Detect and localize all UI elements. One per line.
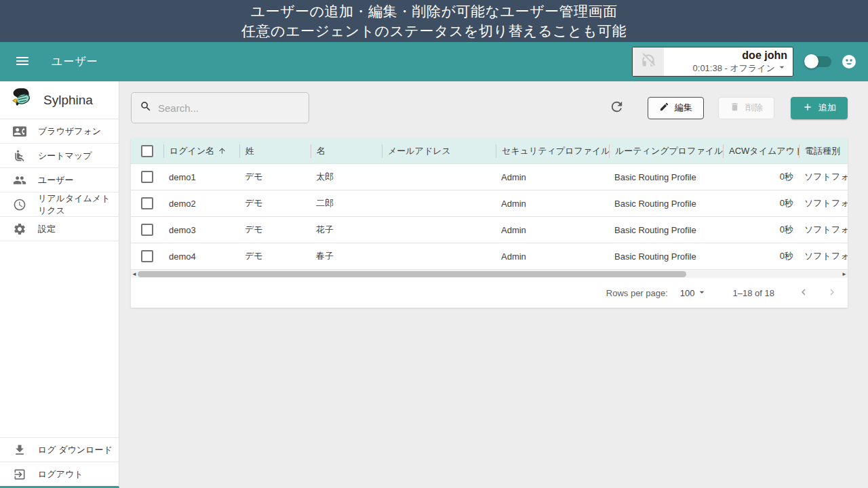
horizontal-scrollbar[interactable]: ◄ ► <box>131 269 848 278</box>
cell-last_name: デモ <box>239 250 311 262</box>
scrollbar-track[interactable] <box>138 270 841 279</box>
chevron-left-icon <box>797 286 810 300</box>
refresh-icon <box>609 99 625 117</box>
gear-icon <box>13 222 26 236</box>
sidebar-bottom-item-1[interactable]: ログアウト <box>0 462 119 486</box>
face-icon-button[interactable] <box>841 54 857 70</box>
sidebar-nav: ブラウザフォンシートマップユーザーリアルタイムメトリクス設定 <box>0 119 119 241</box>
info-banner: ユーザーの追加・編集・削除が可能なユーザー管理画面 任意のエージェントのステータ… <box>0 0 868 42</box>
download-icon <box>13 443 26 457</box>
next-page-button[interactable] <box>823 283 841 303</box>
row-checkbox[interactable] <box>141 171 153 183</box>
search-input[interactable] <box>158 102 300 114</box>
toolbar: 編集 削除 追加 <box>131 92 848 123</box>
main-content: 編集 削除 追加 ログイン名姓名メールアドレスセキュリティプロ <box>119 81 868 488</box>
brand-name: Sylphina <box>43 93 93 108</box>
cell-acw_timeout: 0秒 <box>723 197 799 209</box>
trash-icon <box>730 102 740 114</box>
column-header-security_profile[interactable]: セキュリティプロファイル <box>496 144 609 158</box>
sidebar-nav-bottom: ログ ダウンロードログアウト <box>0 437 119 486</box>
agent-name: doe john <box>742 49 787 62</box>
cell-acw_timeout: 0秒 <box>723 171 799 183</box>
select-all-checkbox[interactable] <box>141 145 153 157</box>
column-header-label: ログイン名 <box>170 145 214 157</box>
cell-last_name: デモ <box>239 197 311 209</box>
cell-login: demo4 <box>163 251 239 262</box>
table-row[interactable]: demo4デモ春子AdminBasic Routing Profile0秒ソフト… <box>131 243 848 269</box>
status-toggle-switch[interactable] <box>807 56 831 67</box>
row-checkbox[interactable] <box>141 224 153 236</box>
sidebar-item-1[interactable]: シートマップ <box>0 144 119 168</box>
table-row[interactable]: demo1デモ太郎AdminBasic Routing Profile0秒ソフト… <box>131 163 848 190</box>
add-button-label: 追加 <box>818 102 836 114</box>
users-icon <box>13 174 26 187</box>
brand: Sylphina <box>0 81 119 119</box>
column-header-label: メールアドレス <box>388 145 451 157</box>
column-header-phone_type[interactable]: 電話種別 <box>799 144 848 158</box>
plus-icon <box>802 102 813 115</box>
row-checkbox-cell <box>131 224 163 236</box>
pencil-icon <box>659 102 669 114</box>
previous-page-button[interactable] <box>795 283 812 303</box>
agent-status[interactable]: 0:01:38 - オフライン <box>693 62 787 75</box>
delete-button-label: 削除 <box>745 102 763 114</box>
cell-security_profile: Admin <box>496 172 609 182</box>
column-header-login[interactable]: ログイン名 <box>163 144 239 158</box>
scroll-right-arrow-icon[interactable]: ► <box>841 270 848 279</box>
banner-line-2: 任意のエージェントのステータスを切り替えることも可能 <box>0 22 868 40</box>
clock-icon <box>13 198 26 211</box>
edit-button[interactable]: 編集 <box>648 97 704 119</box>
cell-login: demo2 <box>163 199 239 209</box>
column-header-label: ACWタイムアウト <box>729 145 799 157</box>
hamburger-menu-button[interactable] <box>11 50 34 73</box>
menu-icon <box>14 53 31 71</box>
agent-status-widget[interactable]: doe john 0:01:38 - オフライン <box>632 47 793 77</box>
delete-button[interactable]: 削除 <box>718 97 774 119</box>
column-header-routing_profile[interactable]: ルーティングプロファイル <box>609 144 723 158</box>
caret-down-icon <box>776 62 787 75</box>
agent-status-text: 0:01:38 - オフライン <box>693 62 775 74</box>
headset-off-icon <box>639 52 657 72</box>
sidebar: Sylphina ブラウザフォンシートマップユーザーリアルタイムメトリクス設定 … <box>0 81 119 488</box>
edit-button-label: 編集 <box>675 102 692 114</box>
column-header-acw_timeout[interactable]: ACWタイムアウト <box>723 144 799 158</box>
search-icon <box>140 100 152 115</box>
brand-logo-icon <box>8 87 35 114</box>
sidebar-item-3[interactable]: リアルタイムメトリクス <box>0 192 119 217</box>
agent-info: doe john 0:01:38 - オフライン <box>664 47 793 76</box>
rows-per-page-value: 100 <box>680 288 695 298</box>
add-button[interactable]: 追加 <box>791 97 848 119</box>
row-checkbox[interactable] <box>141 250 153 262</box>
column-header-label: 電話種別 <box>805 145 840 157</box>
cell-security_profile: Admin <box>496 199 609 209</box>
rows-per-page-select[interactable]: 100 <box>680 287 707 300</box>
cell-phone_type: ソフトフォン <box>799 224 848 236</box>
sidebar-item-4[interactable]: 設定 <box>0 217 119 241</box>
sidebar-item-2[interactable]: ユーザー <box>0 168 119 192</box>
cell-first_name: 太郎 <box>311 171 382 183</box>
cell-acw_timeout: 0秒 <box>723 224 799 236</box>
refresh-button[interactable] <box>606 96 627 119</box>
sidebar-item-0[interactable]: ブラウザフォン <box>0 119 119 144</box>
table-row[interactable]: demo2デモ二郎AdminBasic Routing Profile0秒ソフト… <box>131 190 848 216</box>
scroll-left-arrow-icon[interactable]: ◄ <box>131 270 138 279</box>
row-checkbox-cell <box>131 250 163 262</box>
column-header-email[interactable]: メールアドレス <box>382 144 496 158</box>
caret-down-icon <box>696 287 707 300</box>
cell-login: demo1 <box>163 172 239 182</box>
cell-security_profile: Admin <box>496 225 609 235</box>
table-row[interactable]: demo3デモ花子AdminBasic Routing Profile0秒ソフト… <box>131 216 848 243</box>
column-header-label: 姓 <box>245 145 254 157</box>
face-icon <box>841 62 857 72</box>
sidebar-spacer <box>0 241 119 437</box>
cell-last_name: デモ <box>239 224 311 236</box>
cell-first_name: 二郎 <box>311 197 382 209</box>
column-header-last_name[interactable]: 姓 <box>239 144 311 158</box>
sidebar-bottom-item-0[interactable]: ログ ダウンロード <box>0 437 119 462</box>
column-header-first_name[interactable]: 名 <box>311 144 382 158</box>
cell-acw_timeout: 0秒 <box>723 250 799 262</box>
scrollbar-thumb[interactable] <box>138 271 686 277</box>
contact-phone-icon <box>13 125 26 138</box>
row-checkbox[interactable] <box>141 197 153 209</box>
nav-item-label: ログ ダウンロード <box>38 444 113 456</box>
